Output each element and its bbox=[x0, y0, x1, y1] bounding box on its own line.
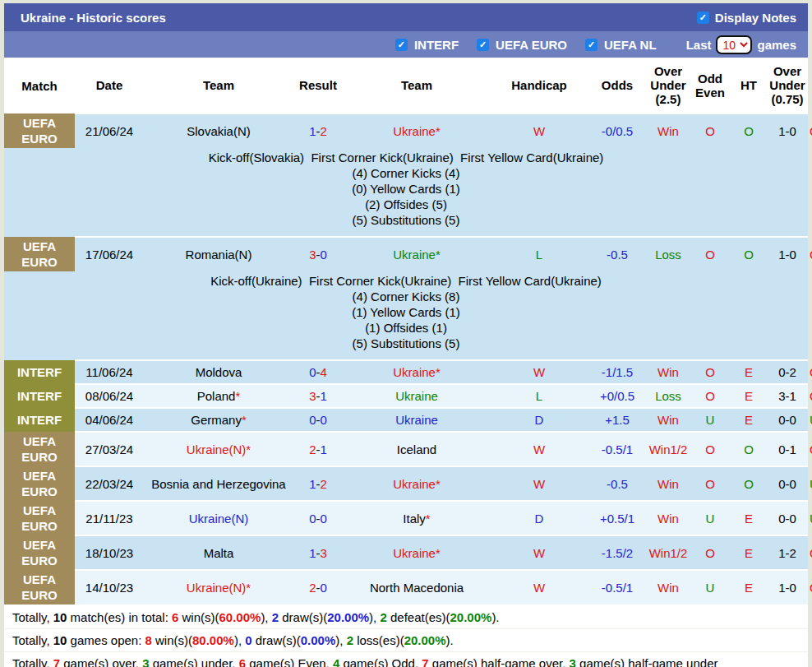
match-row: UEFA EURO17/06/24Romania(N)3-0Ukraine*L-… bbox=[4, 237, 808, 271]
filter-checkbox[interactable] bbox=[477, 39, 489, 51]
last-games-select[interactable]: 10 bbox=[716, 35, 752, 54]
team-name: Ukraine bbox=[395, 389, 438, 403]
filter-label: UEFA EURO bbox=[496, 38, 567, 52]
score: 3-0 bbox=[293, 237, 343, 271]
odds: Win bbox=[647, 501, 690, 535]
away-goals: 2 bbox=[321, 477, 327, 491]
home-goals: 3 bbox=[309, 248, 316, 262]
home-team: Malta bbox=[144, 535, 293, 570]
totals-segment: 0.00% bbox=[301, 633, 336, 647]
notes-headline: Kick-off(Slovakia) First Corner Kick(Ukr… bbox=[6, 150, 806, 165]
competition-badge: UEFA EURO bbox=[4, 466, 75, 501]
column-header: Result bbox=[293, 58, 343, 113]
totals-segment: 8 bbox=[145, 633, 152, 647]
totals-segment: win(s)( bbox=[152, 633, 192, 647]
column-header: Over Under (0.75) bbox=[767, 58, 808, 113]
away-goals: 0 bbox=[321, 581, 327, 595]
match-row: UEFA EURO21/06/24Slovakia(N)1-2Ukraine*W… bbox=[4, 113, 808, 148]
team-name: Romania(N) bbox=[186, 248, 252, 262]
away-team: Italy* bbox=[343, 501, 491, 535]
games-label: games bbox=[757, 38, 796, 52]
away-goals: 2 bbox=[321, 124, 327, 138]
totals-segment: match(es) in total: bbox=[67, 610, 172, 624]
totals-segment: game(s) half-game under bbox=[576, 656, 718, 667]
filter-checkbox[interactable] bbox=[395, 39, 408, 51]
filter-item: UEFA EURO bbox=[477, 38, 567, 52]
team-name: Ukraine(N) bbox=[189, 512, 249, 526]
home-goals: 3 bbox=[309, 389, 316, 403]
match-date: 04/06/24 bbox=[75, 408, 144, 432]
score: 3-1 bbox=[293, 384, 343, 408]
team-name: Malta bbox=[204, 546, 234, 560]
away-team: Ukraine* bbox=[343, 113, 491, 148]
totals-segment: Totally, bbox=[12, 610, 53, 624]
totals-segment: 80.00% bbox=[192, 633, 234, 647]
result-wld: W bbox=[491, 535, 588, 570]
totals-line: Totally, 10 match(es) in total: 6 win(s)… bbox=[4, 606, 808, 629]
over-under-2-5: U bbox=[690, 570, 731, 604]
home-team: Bosnia and Herzegovina bbox=[144, 466, 293, 501]
team-name: Bosnia and Herzegovina bbox=[151, 477, 285, 491]
score: 1-2 bbox=[293, 113, 343, 148]
odd-even: E bbox=[731, 570, 767, 604]
handicap: -1/1.5 bbox=[588, 360, 647, 384]
totals-segment: ), bbox=[369, 610, 380, 624]
totals-segment: loss(es)( bbox=[353, 633, 404, 647]
half-time-score: 1-2 bbox=[767, 535, 808, 570]
handicap: +0/0.5 bbox=[588, 384, 647, 408]
title-bar: Ukraine - Historic scores Display Notes bbox=[4, 3, 808, 31]
odd-even: E bbox=[731, 501, 767, 535]
over-under-2-5: O bbox=[690, 360, 731, 384]
totals-segment: 7 bbox=[422, 656, 428, 667]
score: 1-3 bbox=[293, 535, 343, 570]
team-star: * bbox=[426, 512, 431, 526]
match-row: UEFA EURO22/03/24Bosnia and Herzegovina1… bbox=[4, 466, 808, 501]
totals-segment: 2 bbox=[347, 633, 353, 647]
team-name: Ukraine(N)* bbox=[187, 442, 251, 456]
over-under-2-5: O bbox=[690, 384, 731, 408]
handicap: +1.5 bbox=[588, 408, 647, 432]
home-team: Ukraine(N) bbox=[144, 501, 293, 535]
odds: Win bbox=[647, 570, 690, 604]
totals-segment: ). bbox=[491, 610, 499, 624]
half-time-score: 1-0 bbox=[767, 113, 808, 148]
column-header: Team bbox=[343, 58, 491, 113]
match-row: UEFA EURO21/11/23Ukraine(N)0-0Italy*D+0.… bbox=[4, 501, 808, 535]
competition-badge: UEFA EURO bbox=[4, 237, 75, 271]
totals-segment: 20.00% bbox=[450, 610, 492, 624]
competition-badge: UEFA EURO bbox=[4, 432, 75, 466]
match-date: 21/06/24 bbox=[75, 113, 144, 148]
totals-segment: game(s) over, bbox=[60, 656, 142, 667]
totals-segment: game(s) under, bbox=[149, 656, 238, 667]
filter-checkbox[interactable] bbox=[585, 39, 597, 51]
match-date: 27/03/24 bbox=[75, 432, 144, 466]
totals-segment: 60.00% bbox=[219, 610, 261, 624]
away-team: Ukraine* bbox=[343, 535, 491, 570]
odd-even: E bbox=[731, 535, 767, 570]
page-title: Ukraine - Historic scores bbox=[21, 11, 166, 25]
home-goals: 1 bbox=[309, 124, 316, 138]
team-name: Iceland bbox=[397, 442, 436, 456]
half-time-score: 0-1 bbox=[767, 432, 808, 466]
half-time-score: 0-0 bbox=[767, 408, 808, 432]
totals-line: Totally, 10 games open: 8 win(s)(80.00%)… bbox=[4, 629, 808, 652]
home-team: Moldova bbox=[144, 360, 293, 384]
home-team: Ukraine(N)* bbox=[144, 432, 293, 466]
display-notes-checkbox[interactable] bbox=[697, 12, 709, 24]
home-goals: 0 bbox=[309, 365, 316, 379]
result-wld: D bbox=[491, 408, 588, 432]
totals-segment: ). bbox=[446, 633, 454, 647]
column-header: Date bbox=[75, 58, 144, 113]
totals-line: Totally, 7 game(s) over, 3 game(s) under… bbox=[4, 652, 808, 667]
match-notes: Kick-off(Slovakia) First Corner Kick(Ukr… bbox=[4, 148, 808, 237]
match-date: 17/06/24 bbox=[75, 237, 144, 271]
team-name: Ukraine* bbox=[393, 546, 441, 560]
over-under-2-5: O bbox=[690, 432, 731, 466]
notes-headline: Kick-off(Ukraine) First Corner Kick(Ukra… bbox=[6, 273, 806, 289]
team-name: Germany bbox=[191, 413, 242, 427]
half-time-score: 0-0 bbox=[767, 501, 808, 535]
match-notes-row: Kick-off(Slovakia) First Corner Kick(Ukr… bbox=[4, 148, 808, 237]
away-team: Ukraine bbox=[343, 384, 491, 408]
team-name: Ukraine* bbox=[393, 124, 441, 138]
last-games-group: Last 10 games bbox=[686, 35, 796, 54]
